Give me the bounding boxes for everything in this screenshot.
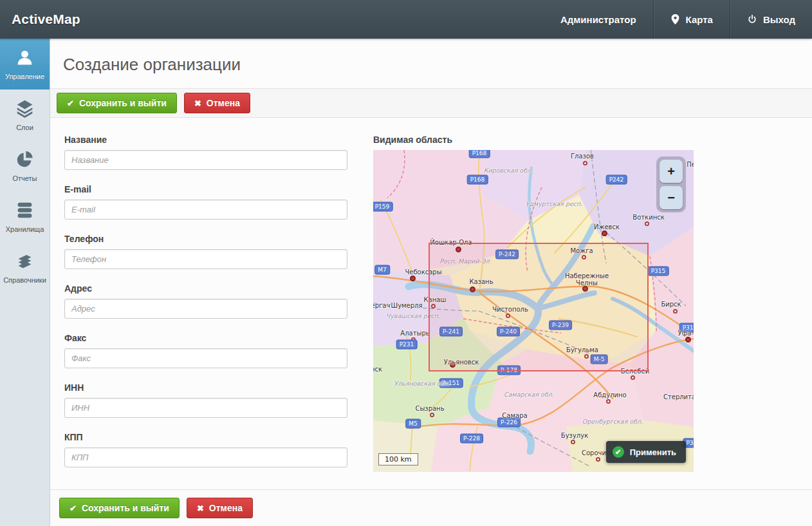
sidebar-item-label: Справочники bbox=[3, 276, 46, 284]
bottom-toolbar: ✔ Сохранить и выйти ✖ Отмена bbox=[50, 489, 812, 526]
city-marker bbox=[430, 413, 434, 417]
city-marker bbox=[583, 161, 587, 165]
city-marker bbox=[606, 399, 611, 404]
city-marker bbox=[410, 276, 416, 281]
field-label: Адрес bbox=[64, 283, 347, 294]
top-toolbar: ✔ Сохранить и выйти ✖ Отмена bbox=[50, 88, 812, 118]
sidebar-item-label: Управление bbox=[5, 73, 44, 80]
city-marker bbox=[602, 230, 607, 236]
check-icon: ✔ bbox=[69, 503, 77, 513]
map-selection[interactable] bbox=[429, 243, 649, 371]
organization-form: Название E-mail Телефон Адрес Факс ИНН bbox=[64, 135, 347, 482]
app-logo: ActiveMap bbox=[0, 12, 80, 27]
field-email: E-mail bbox=[64, 184, 347, 220]
cancel-label: Отмена bbox=[207, 98, 240, 108]
layers-icon bbox=[15, 99, 34, 119]
header: ActiveMap Администратор Карта Выход bbox=[0, 0, 812, 39]
city-marker bbox=[631, 375, 635, 380]
city-marker bbox=[645, 221, 649, 226]
page-head: Создание организации bbox=[50, 39, 812, 88]
map-section: Видимая область bbox=[373, 135, 694, 482]
logout-label: Выход bbox=[763, 14, 795, 25]
map-canvas[interactable]: + − 100 km ✔ Применить Р168Р168Р242Р159Р… bbox=[373, 150, 694, 472]
pie-chart-icon bbox=[15, 150, 34, 170]
user-menu[interactable]: Администратор bbox=[544, 0, 653, 39]
field-label: Название bbox=[64, 135, 347, 145]
cancel-button-bottom[interactable]: ✖ Отмена bbox=[187, 498, 253, 518]
check-icon: ✔ bbox=[67, 99, 74, 108]
field-label: Факс bbox=[64, 333, 347, 343]
city-marker bbox=[685, 337, 691, 343]
zoom-in-button[interactable]: + bbox=[660, 160, 683, 183]
save-button[interactable]: ✔ Сохранить и выйти bbox=[57, 93, 177, 113]
city-marker bbox=[512, 420, 517, 426]
name-input[interactable] bbox=[64, 150, 347, 170]
zoom-out-button[interactable]: − bbox=[660, 186, 683, 209]
save-button-bottom[interactable]: ✔ Сохранить и выйти bbox=[59, 498, 180, 518]
map-section-label: Видимая область bbox=[373, 135, 694, 145]
field-address: Адрес bbox=[64, 283, 347, 319]
city-marker bbox=[411, 337, 416, 342]
address-input[interactable] bbox=[64, 299, 347, 319]
storage-icon bbox=[15, 201, 34, 221]
form-area: Название E-mail Телефон Адрес Факс ИНН bbox=[50, 118, 812, 482]
main-content: Создание организации ✔ Сохранить и выйти… bbox=[50, 39, 812, 526]
map-link-label: Карта bbox=[686, 14, 713, 25]
cross-icon: ✖ bbox=[194, 99, 201, 108]
logout-button[interactable]: Выход bbox=[730, 0, 812, 39]
map-scale: 100 km bbox=[378, 453, 418, 465]
save-label: Сохранить и выйти bbox=[82, 503, 169, 513]
inn-input[interactable] bbox=[64, 398, 347, 418]
sidebar-item-storages[interactable]: Хранилища bbox=[0, 191, 50, 242]
city-marker bbox=[596, 457, 600, 462]
sidebar-item-reports[interactable]: Отчеты bbox=[0, 140, 50, 191]
field-name: Название bbox=[64, 135, 347, 170]
page-title: Создание организации bbox=[63, 55, 799, 75]
save-label: Сохранить и выйти bbox=[79, 98, 167, 108]
cancel-button[interactable]: ✖ Отмена bbox=[184, 93, 250, 113]
location-pin-icon bbox=[670, 14, 680, 25]
city-marker bbox=[673, 309, 678, 314]
sidebar-item-label: Хранилища bbox=[6, 225, 44, 233]
city-marker bbox=[571, 440, 575, 444]
field-phone: Телефон bbox=[64, 234, 347, 269]
power-icon bbox=[747, 14, 757, 24]
sidebar-item-management[interactable]: Управление bbox=[0, 39, 50, 89]
apply-label: Применить bbox=[630, 447, 676, 457]
field-label: Телефон bbox=[64, 234, 347, 244]
field-inn: ИНН bbox=[64, 382, 347, 418]
cross-icon: ✖ bbox=[197, 503, 204, 513]
fax-input[interactable] bbox=[64, 348, 347, 368]
user-icon bbox=[15, 48, 34, 68]
sidebar-item-label: Слои bbox=[16, 124, 33, 131]
header-right: Администратор Карта Выход bbox=[544, 0, 812, 39]
map-link[interactable]: Карта bbox=[653, 0, 730, 39]
sidebar-item-layers[interactable]: Слои bbox=[0, 89, 50, 140]
phone-input[interactable] bbox=[64, 249, 347, 269]
books-icon bbox=[15, 252, 34, 272]
email-input[interactable] bbox=[64, 200, 347, 220]
check-circle-icon: ✔ bbox=[613, 446, 624, 458]
field-fax: Факс bbox=[64, 333, 347, 368]
kpp-input[interactable] bbox=[64, 447, 347, 467]
field-label: ИНН bbox=[64, 382, 347, 393]
field-label: E-mail bbox=[64, 184, 347, 194]
zoom-control: + − bbox=[656, 156, 686, 212]
sidebar-item-directories[interactable]: Справочники bbox=[0, 242, 50, 293]
apply-button[interactable]: ✔ Применить bbox=[606, 441, 686, 463]
field-kpp: КПП bbox=[64, 432, 347, 467]
sidebar-item-label: Отчеты bbox=[12, 174, 37, 182]
field-label: КПП bbox=[64, 432, 347, 442]
sidebar: Управление Слои Отчеты Хранилища Справоч… bbox=[0, 39, 50, 526]
cancel-label: Отмена bbox=[209, 503, 243, 513]
user-name: Администратор bbox=[560, 14, 636, 25]
